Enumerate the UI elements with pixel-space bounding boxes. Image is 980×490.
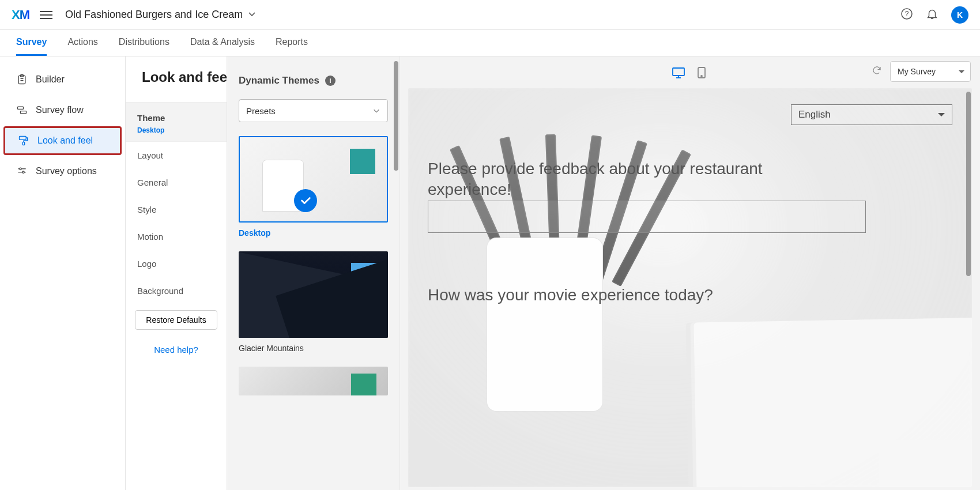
survey-selector[interactable]: My Survey (890, 61, 971, 82)
chevron-down-icon[interactable] (247, 9, 257, 21)
theme-label: Glacier Mountains (239, 344, 388, 353)
need-help-link[interactable]: Need help? (154, 345, 198, 355)
settings-item-general[interactable]: General (126, 169, 227, 196)
settings-item-motion[interactable]: Motion (126, 223, 227, 250)
logo: XM (12, 7, 29, 22)
presets-select[interactable]: Presets (239, 99, 388, 122)
settings-group-subtitle: Desktop (137, 126, 215, 134)
svg-rect-7 (21, 111, 27, 114)
theme-label: Desktop (239, 228, 388, 238)
sidebar-item-label: Look and feel (37, 135, 93, 146)
survey-selector-value: My Survey (898, 67, 936, 76)
sidebar-item-builder[interactable]: Builder (3, 65, 122, 94)
settings-item-background[interactable]: Background (126, 277, 227, 304)
tab-distributions[interactable]: Distributions (119, 30, 169, 56)
question-1-input[interactable] (428, 201, 866, 233)
look-settings-sidebar: Theme Desktop Layout General Style Motio… (126, 56, 227, 490)
settings-item-logo[interactable]: Logo (126, 250, 227, 277)
paint-icon (18, 135, 29, 146)
mobile-preview-icon[interactable] (694, 66, 709, 79)
project-name[interactable]: Old Fashioned Burgers and Ice Cream (65, 9, 243, 21)
svg-text:?: ? (905, 10, 909, 18)
sidebar-item-label: Survey flow (36, 105, 84, 115)
info-icon[interactable]: i (325, 76, 336, 86)
theme-card-desktop[interactable] (239, 136, 388, 223)
top-bar: XM Old Fashioned Burgers and Ice Cream ?… (0, 0, 980, 30)
theme-card-third[interactable] (239, 367, 388, 395)
theme-swatch (350, 149, 375, 174)
svg-rect-8 (20, 137, 27, 140)
svg-rect-6 (18, 107, 24, 109)
settings-item-layout[interactable]: Layout (126, 142, 227, 169)
clipboard-icon (16, 74, 28, 85)
page-title: Look and feel (142, 69, 231, 85)
settings-group-theme[interactable]: Theme Desktop (126, 103, 227, 142)
help-icon[interactable]: ? (900, 7, 913, 22)
theme-swatch (351, 263, 376, 288)
survey-sidebar: Builder Survey flow Look and feel Survey… (0, 56, 126, 490)
tab-reports[interactable]: Reports (276, 30, 308, 56)
theme-swatch (351, 374, 376, 395)
sidebar-item-survey-options[interactable]: Survey options (3, 157, 122, 186)
question-1-text: Please provide feedback about your resta… (428, 159, 843, 201)
themes-panel-title: Dynamic Themes (239, 75, 319, 86)
presets-select-value: Presets (246, 106, 276, 116)
preview-scrollbar[interactable] (966, 92, 971, 276)
settings-group-title: Theme (137, 113, 215, 123)
main-tabs: Survey Actions Distributions Data & Anal… (0, 30, 980, 56)
sliders-icon (16, 165, 28, 177)
theme-card-glacier-mountains[interactable] (239, 251, 388, 338)
menu-icon[interactable] (40, 9, 52, 21)
question-2-text: How was your movie experience today? (428, 285, 843, 306)
sidebar-item-look-and-feel[interactable]: Look and feel (3, 126, 122, 155)
svg-point-11 (20, 168, 21, 169)
tab-survey[interactable]: Survey (16, 30, 47, 56)
themes-panel: Dynamic Themes i Presets Desktop (227, 56, 400, 490)
flow-icon (16, 104, 28, 116)
sidebar-item-survey-flow[interactable]: Survey flow (3, 96, 122, 125)
language-select-value: English (798, 109, 831, 120)
svg-point-13 (22, 171, 24, 173)
preview-canvas: English Please provide feedback about yo… (408, 88, 972, 487)
chevron-down-icon (372, 107, 380, 115)
refresh-icon[interactable] (872, 65, 882, 78)
check-icon (294, 189, 317, 212)
svg-rect-9 (22, 142, 24, 145)
avatar[interactable]: K (951, 6, 968, 24)
svg-rect-14 (673, 68, 684, 76)
preview-panel: My Survey English Please provide feedbac… (400, 56, 980, 490)
restore-defaults-button[interactable]: Restore Defaults (135, 310, 217, 330)
themes-scrollbar[interactable] (394, 61, 398, 171)
svg-point-18 (701, 76, 702, 77)
sidebar-item-label: Builder (36, 74, 65, 85)
tab-data-analysis[interactable]: Data & Analysis (190, 30, 255, 56)
tab-actions[interactable]: Actions (67, 30, 97, 56)
sidebar-item-label: Survey options (36, 166, 97, 176)
bell-icon[interactable] (926, 7, 938, 22)
desktop-preview-icon[interactable] (671, 66, 686, 79)
language-select[interactable]: English (791, 104, 952, 125)
settings-item-style[interactable]: Style (126, 196, 227, 223)
